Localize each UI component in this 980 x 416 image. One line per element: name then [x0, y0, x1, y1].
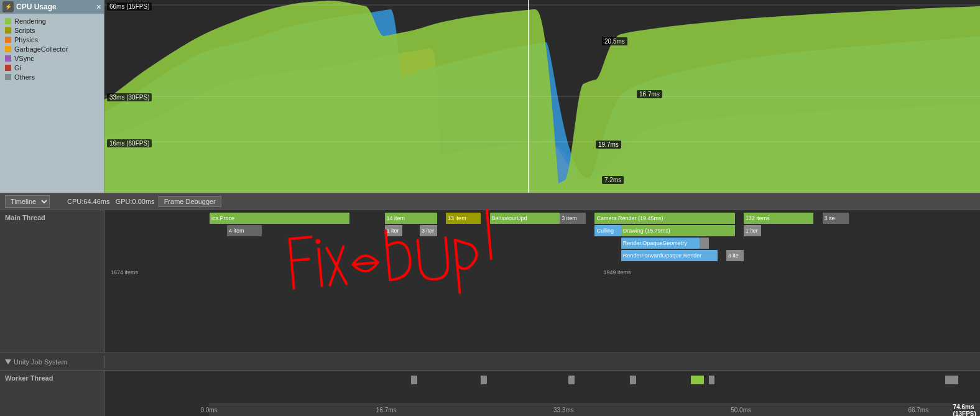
legend-color: [5, 65, 11, 71]
time-tick-50: 50.0ms: [731, 407, 751, 414]
fps-label-30: 33ms (30FPS): [107, 93, 152, 101]
timeline-bar[interactable]: 1 iter: [744, 225, 761, 236]
timeline-bar[interactable]: [700, 238, 708, 249]
worker-thread-section: Worker Thread 0.0ms 16.7ms 33.3ms 50.0ms…: [0, 371, 980, 416]
worker-bar[interactable]: [568, 376, 575, 384]
legend-item-others: Others: [5, 73, 99, 81]
timeline-bar[interactable]: 1 iter: [385, 225, 402, 236]
worker-bar[interactable]: [709, 376, 715, 384]
worker-thread-content[interactable]: 0.0ms 16.7ms 33.3ms 50.0ms 66.7ms 74.6ms…: [104, 371, 980, 416]
timeline-bar[interactable]: 3 ite: [823, 213, 849, 224]
legend-label: Physics: [14, 36, 38, 44]
legend-label: Gi: [14, 64, 21, 72]
render-opaque-bar[interactable]: Render.OpaqueGeometry: [621, 238, 700, 249]
legend-item-physics: Physics: [5, 36, 99, 44]
value-label-20ms: 20.5ms: [602, 37, 627, 45]
worker-bar[interactable]: [481, 376, 487, 384]
legend-color: [5, 55, 11, 62]
legend-label: VSync: [14, 55, 34, 62]
culling-bar[interactable]: Culling: [594, 225, 621, 236]
timeline-bar[interactable]: 3 item: [560, 213, 586, 224]
timeline-bar[interactable]: 13 item: [446, 213, 481, 224]
items-label-1674: 1674 items: [111, 269, 138, 275]
legend-color: [5, 37, 11, 43]
time-tick-33: 33.3ms: [553, 407, 574, 414]
time-tick-0: 0.0ms: [200, 407, 217, 414]
timeline-bar[interactable]: BehaviourUpd: [490, 213, 560, 224]
time-tick-16: 16.7ms: [376, 407, 397, 414]
legend-color: [5, 46, 11, 52]
cpu-value: CPU:64.46ms: [67, 198, 109, 205]
legend-item-gi: Gi: [5, 64, 99, 72]
worker-thread-label-area: Worker Thread: [0, 371, 104, 416]
timeline-select[interactable]: Timeline: [5, 195, 50, 208]
worker-bar-green[interactable]: [691, 376, 704, 384]
legend-item-scripts: Scripts: [5, 27, 99, 34]
timeline-area: Main Thread ics.Proce 14 item 13 item Be…: [0, 210, 980, 416]
render-forward-bar[interactable]: RenderForwardOpaque.Render: [621, 250, 718, 261]
main-thread-label: Main Thread: [5, 214, 99, 221]
timeline-bar[interactable]: Camera.Render (19.45ms): [594, 213, 734, 224]
timeline-bar[interactable]: ics.Proce: [210, 213, 349, 224]
fps-label-15: 66ms (15FPS): [107, 2, 152, 11]
time-tick-66: 66.7ms: [908, 407, 928, 414]
unity-job-system-label[interactable]: Unity Job System: [0, 356, 104, 368]
cpu-title-bar: ⚡ CPU Usage ×: [0, 0, 104, 14]
timeline-bar[interactable]: 3 iter: [420, 225, 437, 236]
collapse-icon[interactable]: [5, 359, 11, 364]
legend-item-garbagecollector: GarbageCollector: [5, 45, 99, 53]
timeline-bar[interactable]: 4 item: [227, 225, 262, 236]
unity-job-system-section: Unity Job System: [0, 353, 980, 371]
main-thread-section: Main Thread ics.Proce 14 item 13 item Be…: [0, 210, 980, 353]
time-ruler: 0.0ms 16.7ms 33.3ms 50.0ms 66.7ms 74.6ms…: [209, 404, 980, 416]
value-label-19ms: 19.7ms: [596, 141, 621, 149]
cpu-panel-title: CPU Usage: [16, 2, 96, 11]
legend-item-vsync: VSync: [5, 55, 99, 62]
cpu-gpu-info: CPU:64.46ms GPU:0.00ms: [67, 198, 155, 205]
items-label-1949: 1949 items: [604, 269, 631, 275]
fps-label-60: 16ms (60FPS): [107, 139, 152, 147]
main-thread-label-area: Main Thread: [0, 210, 104, 353]
cpu-icon: ⚡: [2, 1, 14, 12]
cpu-usage-panel: ⚡ CPU Usage × RenderingScriptsPhysicsGar…: [0, 0, 104, 193]
legend-label: GarbageCollector: [14, 45, 68, 53]
frame-debugger-button[interactable]: Frame Debugger: [159, 196, 221, 207]
legend-label: Scripts: [14, 27, 35, 34]
legend-color: [5, 18, 11, 24]
legend-color: [5, 27, 11, 34]
drawing-bar[interactable]: Drawing (15.79ms): [621, 225, 735, 236]
cpu-legend: RenderingScriptsPhysicsGarbageCollectorV…: [0, 14, 104, 86]
legend-item-rendering: Rendering: [5, 17, 99, 25]
gpu-value: GPU:0.00ms: [116, 198, 155, 205]
worker-bar[interactable]: [630, 376, 636, 384]
chart-area: 66ms (15FPS) 33ms (30FPS) 16ms (60FPS) 2…: [104, 0, 980, 193]
timeline-bar[interactable]: 132 items: [744, 213, 814, 224]
legend-label: Rendering: [14, 17, 46, 25]
legend-label: Others: [14, 73, 35, 81]
worker-bar[interactable]: [411, 376, 417, 384]
value-label-7ms: 7.2ms: [602, 176, 624, 184]
legend-color: [5, 74, 11, 80]
chart-svg: [104, 0, 980, 193]
time-tick-end: 74.6ms (13FPS): [953, 404, 976, 417]
main-thread-content[interactable]: ics.Proce 14 item 13 item BehaviourUpd 3…: [104, 210, 980, 353]
worker-thread-label: Worker Thread: [5, 374, 99, 382]
worker-bar[interactable]: [945, 376, 958, 384]
close-icon[interactable]: ×: [96, 2, 101, 11]
value-label-16ms: 16.7ms: [637, 90, 662, 98]
timeline-bar[interactable]: 14 item: [385, 213, 437, 224]
timeline-bar[interactable]: 3 ite: [726, 250, 744, 261]
toolbar: Timeline CPU:64.46ms GPU:0.00ms Frame De…: [0, 193, 980, 210]
